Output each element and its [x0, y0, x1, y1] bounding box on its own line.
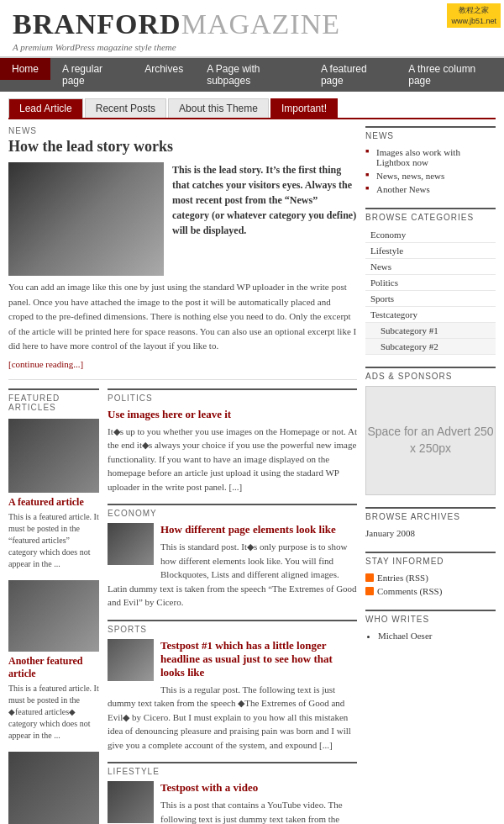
featured-item: The third featured article without an im…: [8, 752, 99, 824]
lead-news-label: NEWS: [8, 126, 357, 135]
article-tabs: Lead Article Recent Posts About this The…: [8, 98, 496, 119]
author-item[interactable]: Michael Oeser: [378, 629, 496, 642]
featured-item-body-1: This is a featured article. It must be p…: [8, 511, 99, 570]
browse-archives: BROWSE ARCHIVES January 2008: [365, 507, 496, 540]
news-item[interactable]: Another News: [365, 182, 496, 196]
rss-comments[interactable]: Comments (RSS): [365, 584, 496, 598]
sidebar: NEWS Images also work with Lightbox now …: [365, 126, 496, 824]
tab-important[interactable]: Important!: [270, 98, 338, 118]
rss-icon: [365, 587, 374, 595]
tab-recent-posts[interactable]: Recent Posts: [85, 98, 166, 118]
featured-image-2: [8, 580, 99, 652]
lifestyle-thumb: [108, 781, 154, 823]
nav-item-featured[interactable]: A featured page: [309, 58, 396, 92]
sports-body: This is a regular post. The following te…: [108, 683, 357, 753]
browse-categories: BROWSE CATEGORIES Economy Lifestyle News…: [365, 208, 496, 355]
category-item-sub1[interactable]: Subcategory #1: [365, 323, 496, 339]
politics-body: It◆s up to you whether you use images on…: [108, 425, 357, 494]
news-list: Images also work with Lightbox now News,…: [365, 145, 496, 196]
category-item-politics[interactable]: Politics: [365, 275, 496, 291]
main-nav: Home A regular page Archives A Page with…: [0, 58, 504, 92]
category-item-news[interactable]: News: [365, 259, 496, 275]
watermark: 教程之家www.jb51.net: [447, 3, 501, 28]
lead-image: [8, 162, 164, 276]
politics-title[interactable]: Use images here or leave it: [108, 408, 357, 421]
featured-title: FEATURED ARTICLES: [8, 388, 99, 412]
category-item-lifestyle[interactable]: Lifestyle: [365, 243, 496, 259]
lead-title: How the lead story works: [8, 138, 357, 156]
sports-thumb: [108, 639, 154, 681]
sidebar-news-title: NEWS: [365, 126, 496, 140]
category-item-economy[interactable]: Economy: [365, 227, 496, 243]
featured-articles: FEATURED ARTICLES A featured article Thi…: [8, 388, 99, 824]
lead-article: NEWS How the lead story works This is th…: [8, 126, 357, 380]
nav-item-home[interactable]: Home: [0, 58, 50, 92]
economy-label: ECONOMY: [108, 504, 357, 518]
who-title: WHO WRITES: [365, 610, 496, 624]
tab-about-theme[interactable]: About this Theme: [168, 98, 269, 118]
sports-section: SPORTS Testpost #1 which has a little lo…: [108, 620, 357, 753]
lifestyle-label: LIFESTYLE: [108, 762, 357, 776]
news-item[interactable]: Images also work with Lightbox now: [365, 145, 496, 169]
featured-item-title-1[interactable]: A featured article: [8, 496, 99, 509]
nav-item-three-col[interactable]: A three column page: [396, 58, 504, 92]
articles-column: POLITICS Use images here or leave it It◆…: [108, 388, 357, 824]
nav-item-subpages[interactable]: A Page with subpages: [195, 58, 309, 92]
continue-link[interactable]: [continue reading...]: [8, 359, 83, 369]
ads-sponsors: ADS & SPONSORS Space for an Advert 250 x…: [365, 367, 496, 495]
featured-image-1: [8, 419, 99, 493]
lifestyle-section: LIFESTYLE Testpost with a video This is …: [108, 762, 357, 824]
featured-item: Another featured article This is a featu…: [8, 580, 99, 742]
tab-lead-article[interactable]: Lead Article: [8, 98, 83, 118]
advert-box[interactable]: Space for an Advert 250 x 250px: [365, 386, 496, 495]
archive-item[interactable]: January 2008: [365, 526, 496, 540]
rss-entries[interactable]: Entries (RSS): [365, 571, 496, 584]
featured-image-3: [8, 752, 99, 824]
economy-thumb: [108, 523, 154, 565]
site-tagline: A premium WordPress magazine style theme: [13, 42, 491, 52]
sidebar-news: NEWS Images also work with Lightbox now …: [365, 126, 496, 196]
politics-section: POLITICS Use images here or leave it It◆…: [108, 388, 357, 494]
categories-title: BROWSE CATEGORIES: [365, 208, 496, 222]
categories-list: Economy Lifestyle News Politics Sports T…: [365, 227, 496, 355]
featured-item-title-2[interactable]: Another featured article: [8, 655, 99, 680]
rss-icon: [365, 573, 374, 582]
politics-label: POLITICS: [108, 388, 357, 403]
featured-item: A featured article This is a featured ar…: [8, 419, 99, 570]
nav-item-archives[interactable]: Archives: [133, 58, 195, 92]
nav-item-regular[interactable]: A regular page: [50, 58, 133, 92]
category-item-testcategory[interactable]: Testcategory: [365, 307, 496, 323]
stay-informed: STAY INFORMED Entries (RSS) Comments (RS…: [365, 552, 496, 598]
archives-title: BROWSE ARCHIVES: [365, 507, 496, 521]
featured-item-body-2: This is a featured article. It must be p…: [8, 683, 99, 742]
news-item[interactable]: News, news, news: [365, 169, 496, 182]
site-title: BranfordMagazine: [13, 8, 491, 40]
category-item-sub2[interactable]: Subcategory #2: [365, 339, 496, 355]
economy-section: ECONOMY How different page elements look…: [108, 504, 357, 610]
category-item-sports[interactable]: Sports: [365, 291, 496, 307]
sports-label: SPORTS: [108, 620, 357, 634]
ads-title: ADS & SPONSORS: [365, 367, 496, 381]
lead-body: You can add an image like this one by ju…: [8, 280, 357, 354]
stay-title: STAY INFORMED: [365, 552, 496, 566]
who-writes: WHO WRITES Michael Oeser: [365, 610, 496, 642]
